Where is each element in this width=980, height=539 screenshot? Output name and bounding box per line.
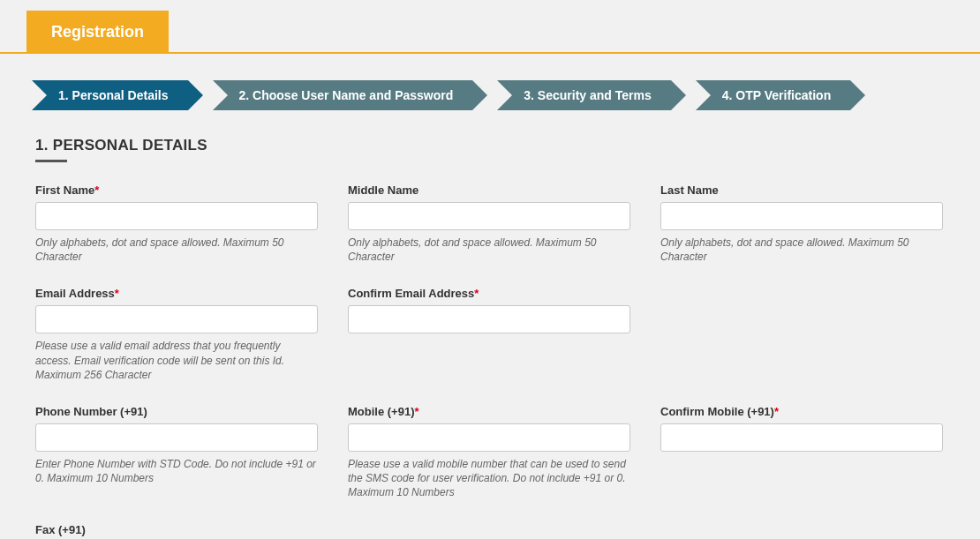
phone-hint: Enter Phone Number with STD Code. Do not… [35, 457, 318, 485]
mobile-label: Mobile (+91)* [348, 405, 630, 418]
required-asterisk: * [415, 405, 419, 418]
first-name-input[interactable] [35, 202, 318, 230]
required-asterisk: * [774, 405, 779, 418]
required-asterisk: * [94, 183, 99, 197]
last-name-label: Last Name [660, 183, 943, 197]
page-title-tab: Registration [26, 11, 169, 54]
phone-label: Phone Number (+91) [35, 405, 318, 418]
confirm-mobile-label: Confirm Mobile (+91)* [660, 405, 943, 418]
field-phone: Phone Number (+91) Enter Phone Number wi… [35, 405, 318, 485]
middle-name-label: Middle Name [348, 183, 630, 197]
field-confirm-email: Confirm Email Address* [348, 287, 630, 333]
field-email: Email Address* Please use a valid email … [35, 287, 318, 382]
required-asterisk: * [115, 287, 119, 300]
mobile-hint: Please use a valid mobile number that ca… [348, 457, 630, 500]
field-mobile: Mobile (+91)* Please use a valid mobile … [348, 405, 630, 500]
middle-name-input[interactable] [348, 202, 630, 230]
step-security-terms[interactable]: 3. Security and Terms [497, 80, 670, 110]
confirm-email-label-text: Confirm Email Address [348, 287, 474, 300]
email-label-text: Email Address [35, 287, 115, 300]
section-heading: 1. PERSONAL DETAILS [35, 137, 980, 162]
field-confirm-mobile: Confirm Mobile (+91)* [660, 405, 943, 452]
email-input[interactable] [35, 305, 318, 333]
field-fax: Fax (+91) Maximum 10 Numbers [35, 523, 318, 540]
last-name-hint: Only alphabets, dot and space allowed. M… [660, 236, 943, 264]
confirm-mobile-label-text: Confirm Mobile (+91) [660, 405, 774, 418]
first-name-label-text: First Name [35, 183, 94, 197]
field-last-name: Last Name Only alphabets, dot and space … [660, 183, 943, 264]
first-name-label: First Name* [35, 183, 318, 197]
confirm-mobile-input[interactable] [660, 423, 943, 452]
mobile-label-text: Mobile (+91) [348, 405, 415, 418]
field-middle-name: Middle Name Only alphabets, dot and spac… [348, 183, 630, 264]
confirm-email-input[interactable] [348, 305, 630, 333]
field-first-name: First Name* Only alphabets, dot and spac… [35, 183, 318, 264]
fax-label: Fax (+91) [35, 523, 318, 536]
last-name-input[interactable] [660, 202, 943, 230]
required-asterisk: * [474, 287, 479, 300]
mobile-input[interactable] [348, 423, 630, 452]
middle-name-hint: Only alphabets, dot and space allowed. M… [348, 236, 630, 264]
confirm-email-label: Confirm Email Address* [348, 287, 630, 300]
phone-input[interactable] [35, 423, 318, 452]
step-otp-verification[interactable]: 4. OTP Verification [696, 80, 850, 110]
step-personal-details[interactable]: 1. Personal Details [32, 80, 188, 110]
wizard-steps: 1. Personal Details 2. Choose User Name … [0, 54, 980, 110]
step-username-password[interactable]: 2. Choose User Name and Password [213, 80, 473, 110]
email-label: Email Address* [35, 287, 318, 300]
first-name-hint: Only alphabets, dot and space allowed. M… [35, 236, 318, 264]
email-hint: Please use a valid email address that yo… [35, 339, 318, 382]
